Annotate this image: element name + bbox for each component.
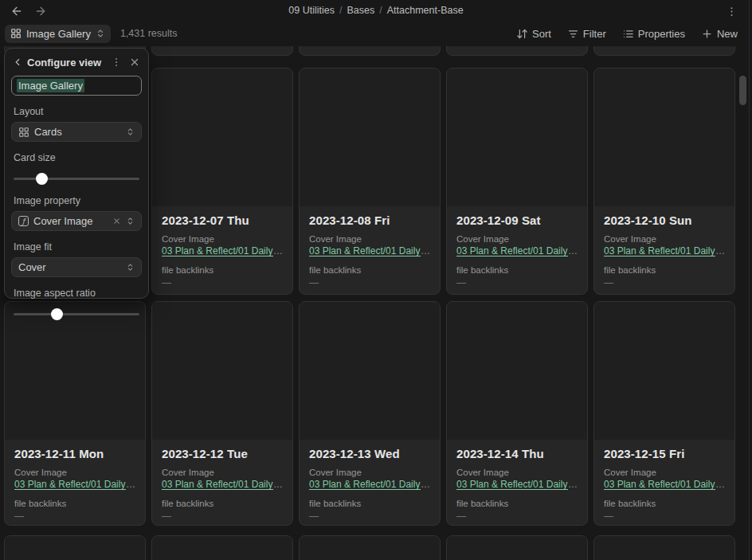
gallery-card[interactable]: 2023-12-07 Thu Cover Image 03 Plan & Ref…	[151, 68, 293, 295]
property-function-icon: ƒ	[18, 216, 29, 226]
gallery-card[interactable]: 2023-12-14 Thu Cover Image 03 Plan & Ref…	[446, 301, 588, 526]
breadcrumb-item[interactable]: 09 Utilities	[288, 5, 335, 16]
link-ellipsis: …	[568, 245, 578, 257]
card-body: 2023-12-09 Sat Cover Image 03 Plan & Ref…	[447, 206, 587, 295]
sort-button[interactable]: Sort	[513, 25, 554, 43]
gallery-card-partial[interactable]	[593, 535, 735, 560]
card-cover-image-placeholder	[5, 536, 145, 560]
internal-link[interactable]: 03 Plan & Reflect/01 Daily Jou	[309, 479, 421, 490]
file-backlinks-property-label: file backlinks	[309, 265, 430, 275]
gallery-card-partial[interactable]	[593, 46, 735, 56]
card-cover-image-placeholder	[5, 302, 145, 440]
card-cover-image-placeholder	[594, 69, 734, 206]
gallery-card[interactable]: 2023-12-15 Fri Cover Image 03 Plan & Ref…	[593, 301, 735, 526]
chevron-left-icon[interactable]	[12, 57, 23, 68]
image-aspect-ratio-slider-thumb[interactable]	[51, 308, 63, 320]
card-row-partial-bottom	[4, 535, 735, 560]
new-button-label: New	[717, 28, 738, 40]
slider-track	[14, 178, 139, 180]
cover-image-property-label: Cover Image	[162, 234, 283, 244]
filter-icon	[567, 28, 579, 40]
breadcrumb-item[interactable]: Bases	[347, 5, 375, 16]
file-backlinks-property-label: file backlinks	[456, 499, 578, 508]
layout-select[interactable]: Cards	[11, 122, 142, 142]
card-body: 2023-12-10 Sun Cover Image 03 Plan & Ref…	[594, 206, 734, 295]
chevrons-up-down-icon	[126, 263, 135, 272]
backlinks-empty-value: —	[456, 511, 578, 522]
image-fit-value: Cover	[18, 261, 121, 273]
card-size-slider[interactable]	[14, 173, 139, 185]
grid-layout-icon	[18, 127, 29, 138]
card-cover-image-placeholder	[300, 69, 440, 206]
card-cover-image-placeholder	[447, 302, 587, 440]
backlinks-empty-value: —	[162, 277, 283, 288]
link-ellipsis: …	[568, 479, 578, 490]
internal-link[interactable]: 03 Plan & Reflect/01 Daily Jou	[604, 479, 715, 490]
breadcrumb-item[interactable]: Attachment-Base	[387, 5, 464, 16]
chevrons-up-down-icon	[126, 217, 135, 225]
card-cover-image-placeholder	[300, 302, 440, 440]
card-cover-image-placeholder	[447, 536, 587, 560]
cover-image-link-row: 03 Plan & Reflect/01 Daily Jou…	[604, 245, 725, 257]
image-aspect-ratio-slider[interactable]	[14, 308, 139, 320]
gallery-card[interactable]: 2023-12-12 Tue Cover Image 03 Plan & Ref…	[151, 301, 293, 526]
filter-button[interactable]: Filter	[564, 25, 609, 43]
cover-image-property-label: Cover Image	[456, 234, 578, 244]
new-button[interactable]: New	[698, 25, 741, 43]
gallery-card[interactable]: 2023-12-09 Sat Cover Image 03 Plan & Ref…	[446, 68, 588, 295]
gallery-card[interactable]: 2023-12-10 Sun Cover Image 03 Plan & Ref…	[593, 68, 735, 295]
view-switcher-button[interactable]: Image Gallery	[5, 25, 111, 43]
gallery-card-partial[interactable]	[299, 535, 441, 560]
card-body	[594, 46, 734, 55]
close-icon[interactable]	[127, 55, 142, 69]
card-title: 2023-12-12 Tue	[162, 447, 283, 460]
internal-link[interactable]: 03 Plan & Reflect/01 Daily Jou	[604, 245, 715, 257]
internal-link[interactable]: 03 Plan & Reflect/01 Daily Jou	[456, 245, 568, 257]
link-ellipsis: …	[273, 479, 283, 490]
more-options-icon[interactable]	[723, 3, 739, 19]
clear-x-icon[interactable]	[112, 217, 121, 225]
view-name-value: Image Gallery	[17, 79, 84, 92]
list-icon	[622, 28, 634, 40]
card-body: 2023-12-15 Fri Cover Image 03 Plan & Ref…	[594, 440, 734, 526]
panel-more-options-icon[interactable]	[109, 55, 123, 69]
results-count: 1,431 results	[120, 28, 178, 39]
gallery-card-partial[interactable]	[446, 535, 588, 560]
properties-button[interactable]: Properties	[619, 25, 688, 43]
sort-button-label: Sort	[532, 28, 551, 40]
link-ellipsis: …	[421, 245, 430, 257]
internal-link[interactable]: 03 Plan & Reflect/01 Daily Jou	[162, 479, 273, 490]
file-backlinks-property-label: file backlinks	[309, 499, 430, 508]
internal-link[interactable]: 03 Plan & Reflect/01 Daily Jou	[456, 479, 568, 490]
internal-link[interactable]: 03 Plan & Reflect/01 Daily Jou	[162, 245, 273, 257]
file-backlinks-property-label: file backlinks	[604, 499, 725, 508]
cover-image-property-label: Cover Image	[604, 234, 725, 244]
image-property-select[interactable]: ƒ Cover Image	[11, 211, 142, 231]
gallery-card-partial[interactable]	[299, 46, 441, 56]
card-cover-image-placeholder	[594, 536, 734, 560]
internal-link[interactable]: 03 Plan & Reflect/01 Daily Jou	[14, 479, 126, 490]
card-row-2: 2023-12-11 Mon Cover Image 03 Plan & Ref…	[4, 301, 735, 526]
cover-image-link-row: 03 Plan & Reflect/01 Daily Jou…	[14, 479, 135, 490]
vertical-scrollbar-thumb[interactable]	[739, 76, 746, 105]
backlinks-empty-value: —	[309, 511, 430, 522]
chevrons-up-down-icon	[96, 29, 105, 38]
card-size-slider-thumb[interactable]	[36, 173, 48, 185]
gallery-card[interactable]: 2023-12-13 Wed Cover Image 03 Plan & Ref…	[299, 301, 441, 526]
internal-link[interactable]: 03 Plan & Reflect/01 Daily Jou	[309, 245, 421, 257]
gallery-card[interactable]: 2023-12-08 Fri Cover Image 03 Plan & Ref…	[299, 68, 441, 295]
gallery-card[interactable]: 2023-12-11 Mon Cover Image 03 Plan & Ref…	[4, 301, 146, 526]
card-cover-image-placeholder	[594, 302, 734, 440]
cover-image-property-label: Cover Image	[309, 468, 430, 477]
view-name-input[interactable]: Image Gallery	[11, 76, 142, 96]
link-ellipsis: …	[126, 479, 135, 490]
properties-button-label: Properties	[638, 28, 685, 40]
gallery-card-partial[interactable]	[4, 535, 146, 560]
cover-image-link-row: 03 Plan & Reflect/01 Daily Jou…	[162, 245, 283, 257]
gallery-card-partial[interactable]	[151, 535, 293, 560]
gallery-card-partial[interactable]	[151, 46, 293, 56]
file-backlinks-property-label: file backlinks	[162, 499, 283, 508]
image-fit-select[interactable]: Cover	[11, 257, 142, 277]
gallery-card-partial[interactable]	[446, 46, 588, 56]
cover-image-property-label: Cover Image	[604, 468, 725, 477]
